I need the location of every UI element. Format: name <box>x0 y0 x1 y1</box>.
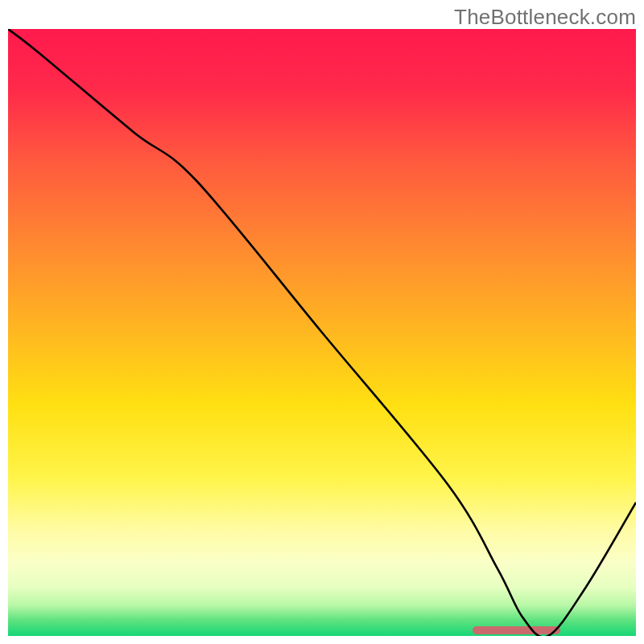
bottleneck-chart <box>8 29 636 636</box>
bottleneck-curve <box>8 29 636 636</box>
watermark-text: TheBottleneck.com <box>454 5 636 30</box>
